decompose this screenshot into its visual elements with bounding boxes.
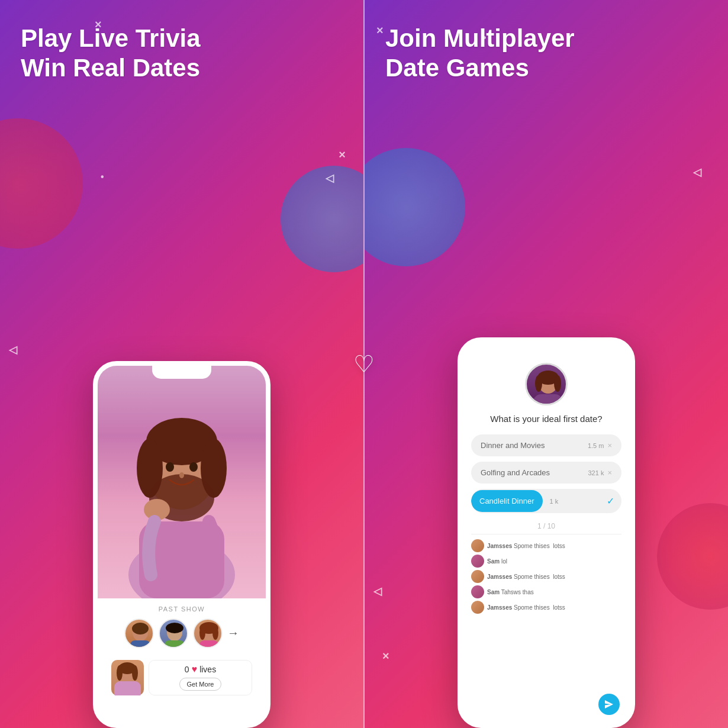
blob-decoration: [0, 118, 83, 249]
right-panel-title: Join Multiplayer Date Games: [385, 24, 707, 83]
deco-triangle: ◁: [9, 343, 17, 356]
get-more-button[interactable]: Get More: [179, 678, 222, 691]
answer-rest-3: 1 k ✓: [543, 489, 622, 513]
chat-msg-2: Sam lol: [487, 558, 507, 565]
deco-x-right: ×: [376, 24, 384, 37]
title-line1: Play Live Trivia: [21, 24, 201, 52]
avatar-woman: [193, 619, 223, 648]
answer-x-2[interactable]: ×: [607, 468, 612, 477]
answer-text-3: Candlelit Dinner: [479, 497, 534, 505]
chat-avatar-5: [471, 601, 484, 614]
chat-row-3: Jamsses Spome thises lotss: [471, 570, 621, 583]
deco-triangle-2: ◁: [326, 172, 334, 185]
answer-count-2: 321 k: [588, 469, 604, 476]
answer-count-1: 1.5 m: [588, 442, 604, 449]
chat-name-5: Jamsses: [487, 604, 512, 611]
right-title-line1: Join Multiplayer: [385, 24, 575, 52]
svg-point-26: [117, 665, 123, 681]
question-text: What is your ideal first date?: [490, 413, 602, 425]
deco-x-icon-2: ×: [339, 148, 346, 162]
heart-icon: ♥: [192, 664, 198, 675]
blob-decoration-blue: [281, 166, 365, 272]
phone-right-inner: What is your ideal first date? Dinner an…: [462, 342, 630, 723]
chat-row-2: Sam lol: [471, 555, 621, 568]
deco-triangle-right2: ◁: [373, 585, 382, 598]
send-icon: [604, 699, 614, 710]
svg-rect-29: [533, 394, 563, 405]
svg-point-14: [132, 623, 149, 634]
chat-avatar-1: [471, 539, 484, 552]
past-show-section: PAST SHOW: [98, 598, 266, 707]
heart-connector: ♡: [353, 350, 375, 378]
woman-photo: [98, 366, 266, 598]
progress-text: 1 / 10: [537, 522, 555, 530]
lives-count: 0: [185, 665, 189, 674]
answer-x-1[interactable]: ×: [607, 441, 612, 450]
deco-x-right2: ×: [382, 649, 389, 663]
svg-point-31: [535, 375, 542, 392]
arrow-right-icon: →: [227, 626, 239, 640]
deco-triangle-right: ◁: [693, 166, 701, 179]
past-show-avatars: →: [107, 619, 257, 648]
right-panel: × • ◁ ◁ × Join Multiplayer Date Games: [365, 0, 728, 728]
answer-meta-2: 321 k ×: [588, 468, 612, 477]
phone-notch-right: [517, 342, 576, 355]
svg-rect-19: [199, 640, 218, 648]
phone-notch: [152, 366, 211, 379]
chat-msg-3: Jamsses Spome thises lotss: [487, 574, 565, 580]
chat-row-5: Jamsses Spome thises lotss: [471, 601, 621, 614]
lives-row: 0 ♥ lives: [185, 664, 216, 675]
bottom-bar: 0 ♥ lives Get More: [107, 655, 257, 700]
user-thumbnail: [111, 660, 144, 695]
chat-section: Jamsses Spome thises lotss Sam lol Jamss…: [471, 534, 621, 717]
chat-avatar-4: [471, 585, 484, 598]
chat-name-1: Jamsses: [487, 543, 512, 549]
blob-red-right: [657, 503, 728, 610]
svg-rect-16: [165, 640, 185, 648]
answer-option-1[interactable]: Dinner and Movies 1.5 m ×: [471, 434, 621, 456]
chat-msg-5: Jamsses Spome thises lotss: [487, 604, 565, 611]
chat-msg-1: Jamsses Spome thises lotss: [487, 543, 565, 549]
svg-point-21: [199, 626, 205, 640]
answer-option-3[interactable]: Candlelit Dinner 1 k ✓: [471, 489, 621, 513]
svg-point-10: [179, 472, 184, 478]
svg-rect-24: [114, 681, 141, 695]
svg-rect-13: [130, 640, 150, 648]
svg-point-32: [554, 375, 561, 392]
svg-point-27: [132, 665, 138, 681]
left-panel: × × • ◁ ◁ Play Live Trivia Win Real Date…: [0, 0, 365, 728]
svg-point-9: [189, 462, 198, 472]
svg-point-22: [212, 626, 218, 640]
answer-text-1: Dinner and Movies: [481, 441, 545, 450]
past-show-label: PAST SHOW: [107, 605, 257, 613]
svg-point-17: [166, 623, 183, 633]
woman-figure: [98, 373, 266, 598]
check-icon: ✓: [607, 495, 614, 507]
profile-avatar: [525, 363, 568, 405]
chat-row-4: Sam Tahsws thas: [471, 585, 621, 598]
avatar-man1: [124, 619, 154, 648]
left-panel-title: Play Live Trivia Win Real Dates: [21, 24, 343, 83]
chat-avatar-2: [471, 555, 484, 568]
chat-name-2: Sam: [487, 558, 500, 565]
chat-msg-4: Sam Tahsws thas: [487, 589, 534, 595]
avatar-man2: [159, 619, 188, 648]
phone-mockup-right: What is your ideal first date? Dinner an…: [458, 337, 635, 728]
send-button[interactable]: [598, 694, 620, 715]
chat-name-4: Sam: [487, 589, 500, 595]
answer-selected-pill: Candlelit Dinner: [471, 490, 543, 512]
answer-text-2: Golfing and Arcades: [481, 468, 550, 477]
chat-avatar-3: [471, 570, 484, 583]
answer-option-2[interactable]: Golfing and Arcades 321 k ×: [471, 462, 621, 484]
chat-row-1: Jamsses Spome thises lotss: [471, 539, 621, 552]
deco-dot: •: [101, 172, 104, 182]
lives-label: lives: [199, 665, 216, 674]
blob-blue-right: [365, 148, 465, 266]
answer-count-3: 1 k: [550, 498, 559, 505]
chat-name-3: Jamsses: [487, 574, 512, 580]
lives-box: 0 ♥ lives Get More: [149, 660, 252, 695]
answer-meta-1: 1.5 m ×: [588, 441, 612, 450]
right-title-line2: Date Games: [385, 54, 529, 82]
svg-point-8: [166, 462, 174, 472]
phone-mockup-left: PAST SHOW: [93, 361, 270, 728]
